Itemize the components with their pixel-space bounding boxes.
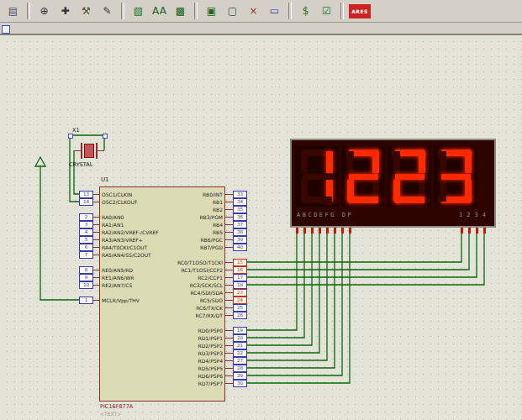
display-pin: [476, 228, 478, 234]
pin-number-8[interactable]: 8: [79, 266, 93, 274]
pin-name-16: RC1/T1OSI/CCP2: [126, 267, 223, 273]
segment-g: [441, 174, 471, 180]
pin-number-23[interactable]: 23: [233, 289, 247, 297]
pin-number-17[interactable]: 17: [233, 274, 247, 281]
pin-number-20[interactable]: 20: [233, 334, 247, 342]
segment-e: [347, 180, 354, 202]
pin-number-14[interactable]: 14: [79, 198, 93, 206]
pin-stub: [225, 285, 233, 286]
display-pin: [311, 228, 314, 234]
pin-name-23: RC4/SDI/SDA: [126, 290, 223, 296]
display-pin: [303, 228, 306, 234]
pin-stub: [225, 315, 233, 316]
pin-stub: [225, 202, 233, 202]
pin-stub: [225, 360, 233, 361]
pin-stub: [225, 277, 233, 278]
pin-number-34[interactable]: 34: [233, 198, 247, 206]
pin-name-2: RA0/AN0: [102, 214, 124, 220]
display-pin: [483, 228, 486, 234]
pin-number-30[interactable]: 30: [233, 380, 247, 387]
pin-stub: [225, 338, 233, 339]
digit-3: [388, 146, 431, 207]
pin-name-38: RB5: [126, 229, 223, 235]
segment-dp: [381, 198, 385, 202]
pin-name-22: RD3/PSP3: [126, 350, 223, 356]
segment-dp: [427, 198, 431, 202]
crystal-pin-left: [74, 150, 81, 151]
digit-2: [341, 146, 385, 207]
pin-name-20: RD1/PSP1: [126, 335, 223, 341]
pin-name-25: RC6/TX/CK: [126, 305, 223, 311]
pin-stub: [225, 292, 233, 293]
pin-number-39[interactable]: 39: [233, 236, 247, 244]
pin-number-21[interactable]: 21: [233, 342, 247, 349]
crystal-value: CRYSTAL: [69, 161, 92, 168]
crystal-ref: X1: [72, 127, 80, 134]
pin-number-25[interactable]: 25: [233, 304, 247, 312]
pin-stub: [225, 375, 233, 376]
pin-number-19[interactable]: 19: [233, 327, 247, 334]
pin-number-9[interactable]: 9: [79, 274, 93, 281]
pin-number-13[interactable]: 13: [79, 191, 93, 198]
pin-number-33[interactable]: 33: [233, 191, 247, 198]
pin-name-28: RD5/PSP5: [126, 365, 223, 371]
pin-number-18[interactable]: 18: [233, 281, 247, 289]
pin-name-15: RC0/T1OSO/T1CKI: [126, 260, 223, 265]
digit-pins-label: 1234: [459, 212, 490, 218]
segment-f: [347, 151, 354, 173]
pin-name-33: RB0/INT: [126, 192, 223, 197]
pin-number-37[interactable]: 37: [233, 221, 247, 228]
crystal-body[interactable]: [84, 144, 94, 158]
pin-name-34: RB1: [126, 199, 223, 205]
node-marker: [68, 134, 73, 139]
display-pin: [468, 228, 471, 234]
segment-e: [393, 180, 400, 202]
pin-number-29[interactable]: 29: [233, 372, 247, 380]
display-pin: [296, 228, 298, 234]
pin-number-7[interactable]: 7: [79, 251, 93, 259]
pin-name-17: RC2/CCP1: [126, 275, 223, 281]
pin-stub: [225, 239, 233, 240]
pin-number-24[interactable]: 24: [233, 297, 247, 304]
pin-stub: [225, 353, 233, 354]
pin-name-3: RA1/AN1: [102, 222, 124, 228]
seven-segment-display[interactable]: ABCDEFG DP 1234: [290, 139, 496, 228]
pin-name-30: RD7/PSP7: [126, 381, 223, 386]
segment-f: [301, 151, 308, 173]
segment-f: [440, 151, 446, 173]
segment-dp: [473, 198, 477, 202]
pin-number-3[interactable]: 3: [79, 221, 93, 228]
pin-number-1[interactable]: 1: [79, 297, 93, 304]
pin-name-24: RC5/SDO: [126, 297, 223, 303]
pin-number-22[interactable]: 22: [233, 349, 247, 357]
pin-number-38[interactable]: 38: [233, 228, 247, 236]
pin-name-36: RB3/PGM: [126, 214, 223, 220]
pin-number-2[interactable]: 2: [79, 213, 93, 221]
pin-number-26[interactable]: 26: [233, 312, 247, 319]
pin-stub: [225, 217, 233, 218]
segment-pins-label: ABCDEFG DP: [297, 212, 353, 218]
mcu-text-placeholder: <TEXT>: [100, 411, 121, 417]
display-pin: [334, 228, 336, 234]
pin-number-35[interactable]: 35: [233, 206, 247, 213]
pin-number-4[interactable]: 4: [79, 228, 93, 236]
pin-name-19: RD0/PSP0: [126, 328, 223, 333]
pin-number-27[interactable]: 27: [233, 357, 247, 365]
pin-stub: [225, 224, 233, 225]
display-pin: [341, 228, 344, 234]
pin-stub: [225, 194, 233, 195]
pin-stub: [225, 262, 233, 263]
pin-number-10[interactable]: 10: [79, 281, 93, 289]
segment-b: [465, 151, 472, 173]
pin-number-40[interactable]: 40: [233, 244, 247, 251]
pin-number-16[interactable]: 16: [233, 266, 247, 274]
pin-number-5[interactable]: 5: [79, 236, 93, 244]
pin-number-15[interactable]: 15: [233, 259, 247, 266]
pin-number-28[interactable]: 28: [233, 365, 247, 372]
segment-dp: [335, 198, 339, 202]
mcu-part-label: PIC16F877A: [100, 403, 133, 410]
pin-number-6[interactable]: 6: [79, 244, 93, 251]
pin-number-36[interactable]: 36: [233, 213, 247, 221]
pin-stub: [225, 307, 233, 308]
pin-stub: [225, 247, 233, 248]
